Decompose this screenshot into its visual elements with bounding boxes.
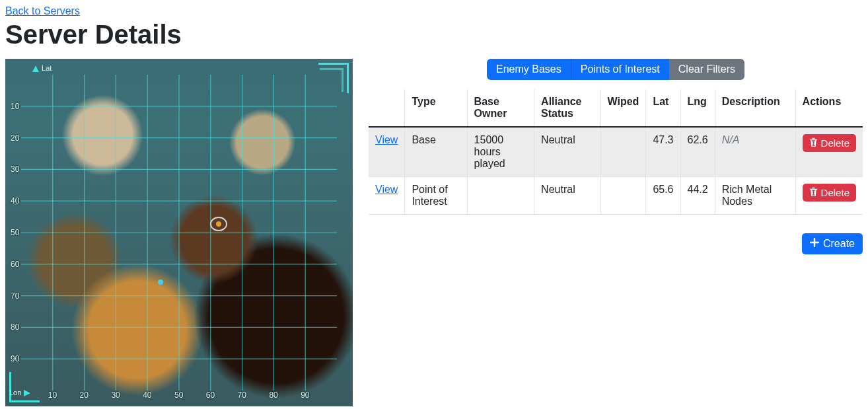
table-row: ViewBase15000 hours playedNeutral47.362.… bbox=[369, 127, 863, 177]
map-lon-tick: 90 bbox=[301, 390, 309, 400]
page-title: Server Details bbox=[5, 20, 863, 50]
plus-icon bbox=[810, 238, 819, 250]
map-lon-tick: 30 bbox=[111, 390, 120, 400]
cell-base-owner: 15000 hours played bbox=[467, 127, 534, 177]
filter-button-group: Enemy Bases Points of Interest Clear Fil… bbox=[487, 59, 744, 80]
delete-button[interactable]: Delete bbox=[803, 134, 856, 152]
cell-actions: Delete bbox=[795, 177, 863, 215]
map-lon-tick: 10 bbox=[48, 390, 57, 400]
table-row: ViewPoint of InterestNeutral65.644.2Rich… bbox=[369, 177, 863, 215]
view-link[interactable]: View bbox=[375, 184, 398, 195]
cell-lng: 62.6 bbox=[680, 127, 715, 177]
col-type: Type bbox=[405, 89, 467, 127]
delete-button[interactable]: Delete bbox=[803, 184, 856, 202]
cell-lat: 65.6 bbox=[646, 177, 680, 215]
map-lat-tick: 90 bbox=[11, 354, 19, 363]
map-lat-label: Lat bbox=[42, 64, 52, 72]
cell-view: View bbox=[369, 177, 405, 215]
map-lat-tick: 30 bbox=[11, 165, 19, 174]
filter-enemy-bases-button[interactable]: Enemy Bases bbox=[487, 59, 571, 80]
map-lat-tick: 60 bbox=[11, 260, 19, 269]
cell-wiped bbox=[600, 127, 646, 177]
filter-bar: Enemy Bases Points of Interest Clear Fil… bbox=[369, 59, 863, 80]
view-link[interactable]: View bbox=[375, 134, 398, 145]
cell-actions: Delete bbox=[795, 127, 863, 177]
trash-icon bbox=[809, 187, 818, 198]
map-lon-label: Lon bbox=[9, 389, 21, 396]
cell-type: Base bbox=[405, 127, 467, 177]
create-button-label: Create bbox=[823, 238, 855, 250]
col-lat: Lat bbox=[646, 89, 680, 127]
cell-type: Point of Interest bbox=[405, 177, 467, 215]
filter-points-of-interest-button[interactable]: Points of Interest bbox=[571, 59, 669, 80]
map-lat-tick: 10 bbox=[11, 102, 19, 111]
map-lat-tick: 80 bbox=[11, 322, 19, 332]
map-lon-indicator: Lon bbox=[9, 389, 31, 397]
cell-description: Rich Metal Nodes bbox=[715, 177, 795, 215]
clear-filters-button[interactable]: Clear Filters bbox=[669, 59, 744, 80]
map-corner-decoration bbox=[320, 68, 344, 92]
map-lon-tick: 70 bbox=[238, 390, 246, 400]
map-lat-tick: 50 bbox=[11, 228, 19, 237]
cell-wiped bbox=[600, 177, 646, 215]
map-lat-tick: 40 bbox=[11, 196, 19, 205]
map-lon-tick: 20 bbox=[80, 390, 89, 400]
map-lat-tick: 70 bbox=[11, 291, 19, 301]
back-to-servers-link[interactable]: Back to Servers bbox=[5, 5, 80, 17]
map-canvas[interactable]: Lat Lon 10102020303040405050606070708080… bbox=[5, 59, 353, 406]
trash-icon bbox=[809, 137, 818, 149]
delete-button-label: Delete bbox=[821, 187, 850, 198]
map-lon-tick: 60 bbox=[206, 390, 215, 400]
cell-view: View bbox=[369, 127, 405, 177]
create-button[interactable]: Create bbox=[802, 233, 863, 254]
map-lat-tick: 20 bbox=[11, 133, 19, 143]
map-marker-base-dot bbox=[216, 221, 221, 227]
cell-alliance-status: Neutral bbox=[534, 127, 600, 177]
cell-alliance-status: Neutral bbox=[534, 177, 600, 215]
map-corner-decoration bbox=[9, 372, 40, 402]
locations-table: Type Base Owner Alliance Status Wiped La… bbox=[369, 89, 863, 215]
col-view bbox=[369, 89, 405, 127]
cell-base-owner bbox=[467, 177, 534, 215]
map-lon-tick: 80 bbox=[269, 390, 277, 400]
col-actions: Actions bbox=[795, 89, 863, 127]
svg-marker-19 bbox=[24, 390, 30, 396]
svg-marker-18 bbox=[32, 65, 39, 72]
col-wiped: Wiped bbox=[600, 89, 646, 127]
cell-lat: 47.3 bbox=[646, 127, 680, 177]
map-lon-tick: 50 bbox=[174, 390, 183, 400]
map-lon-tick: 40 bbox=[143, 390, 151, 400]
col-description: Description bbox=[715, 89, 795, 127]
map-lat-indicator: Lat bbox=[32, 64, 52, 73]
cell-description: N/A bbox=[715, 127, 795, 177]
col-lng: Lng bbox=[680, 89, 715, 127]
col-base-owner: Base Owner bbox=[467, 89, 534, 127]
col-alliance-status: Alliance Status bbox=[534, 89, 600, 127]
cell-lng: 44.2 bbox=[680, 177, 715, 215]
delete-button-label: Delete bbox=[821, 137, 850, 149]
map-marker-poi[interactable] bbox=[158, 279, 163, 285]
